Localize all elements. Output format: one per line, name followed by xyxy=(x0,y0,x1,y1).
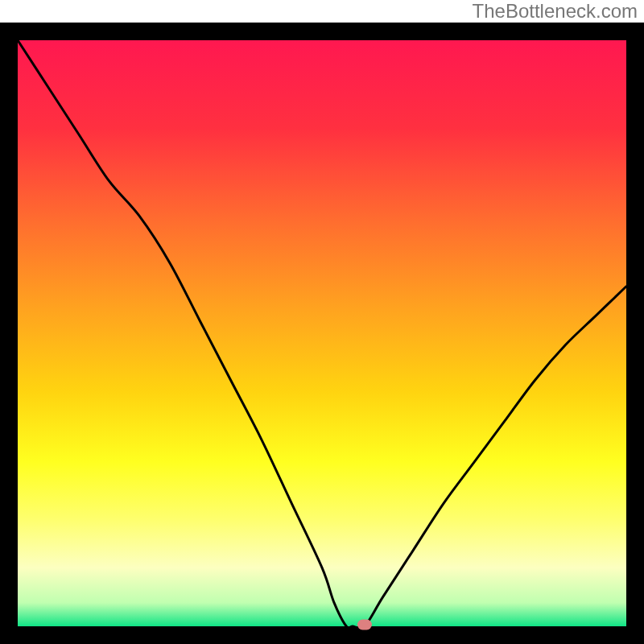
watermark-text: TheBottleneck.com xyxy=(473,0,638,23)
chart-background xyxy=(18,40,626,626)
optimal-point-marker xyxy=(357,620,372,630)
bottleneck-chart: TheBottleneck.com xyxy=(0,0,644,644)
chart-canvas xyxy=(0,0,644,644)
